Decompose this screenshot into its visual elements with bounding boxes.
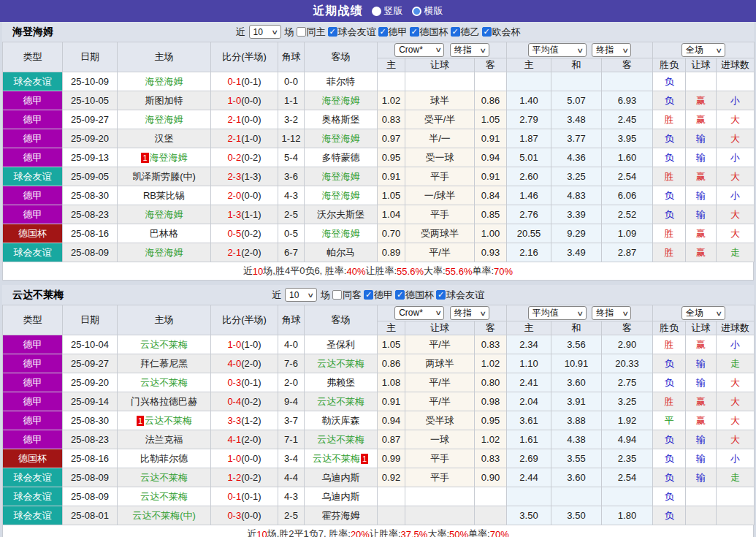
match-row: 德甲25-09-27拜仁慕尼黑4-0(2-0)7-6云达不莱梅0.86两球半1.…: [3, 354, 755, 373]
avg-odds-home: 5.01: [507, 148, 551, 167]
match-score: 2-1(2-0): [211, 243, 278, 262]
corner-score: 5-4: [278, 148, 305, 167]
league-filter-checkbox[interactable]: 欧会杯: [482, 26, 521, 39]
scope-select[interactable]: 全场∨: [681, 306, 725, 320]
col-handicap-result: 让球: [686, 321, 717, 335]
col-home: 主场: [118, 305, 211, 335]
avg-odds-home: [507, 72, 551, 91]
match-count-select[interactable]: 10∨: [249, 25, 281, 39]
league-filter-checkbox[interactable]: 德乙: [451, 26, 480, 39]
handicap-result-cell: 输: [686, 449, 717, 468]
match-row: 德甲25-09-131海登海姆0-2(0-2)5-4多特蒙德0.95受一球0.9…: [3, 148, 755, 167]
match-type: 德甲: [3, 392, 63, 411]
match-score: 0-3(0-0): [211, 506, 278, 525]
avg-odds-draw: 9.29: [551, 224, 602, 243]
handicap-line: 平/半: [405, 335, 475, 354]
avg-odds-home: 3.50: [507, 506, 551, 525]
chevron-down-icon: ∨: [576, 47, 584, 54]
handicap-odds-home: 0.91: [378, 392, 405, 411]
match-type: 球会友谊: [3, 72, 63, 91]
handicap-result-cell: 输: [686, 354, 717, 373]
result-cell: 平: [653, 411, 686, 430]
odds-final-select[interactable]: 终指∨: [450, 43, 489, 57]
handicap-odds-away: 0.83: [475, 335, 507, 354]
match-date: 25-10-04: [63, 335, 118, 354]
avg-odds-draw: 3.88: [551, 411, 602, 430]
avg-select[interactable]: 平均值∨: [528, 306, 587, 320]
rank-badge: 1: [361, 454, 368, 464]
result-cell: 负: [653, 373, 686, 392]
match-score: 3-3(1-2): [211, 411, 278, 430]
avg-odds-away: 6.06: [602, 186, 653, 205]
checkbox-checked-icon: [328, 27, 337, 37]
odds-source-select[interactable]: Crow*∨: [394, 43, 444, 57]
layout-radio-horizontal[interactable]: 横版: [412, 4, 443, 18]
home-team: 拜仁慕尼黑: [118, 354, 211, 373]
handicap-line: 平/半: [405, 373, 475, 392]
goals-result-cell: 大: [717, 224, 755, 243]
match-type: 德甲: [3, 411, 63, 430]
avg-final-select[interactable]: 终指∨: [592, 306, 631, 320]
goals-result-cell: 小: [717, 186, 755, 205]
handicap-result-cell: 输: [686, 129, 717, 148]
match-type: 球会友谊: [3, 468, 63, 487]
league-filter-checkbox[interactable]: 德国杯: [410, 26, 448, 39]
match-row: 德甲25-09-20云达不莱梅0-3(0-1)2-0弗赖堡1.08平/半0.80…: [3, 373, 755, 392]
avg-odds-away: 2.90: [602, 335, 653, 354]
odds-source-select[interactable]: Crow*∨: [394, 306, 444, 320]
league-filter-checkbox[interactable]: 球会友谊: [436, 289, 484, 302]
home-team: 云达不莱梅: [118, 335, 211, 354]
avg-odds-away: 2.35: [602, 449, 653, 468]
avg-odds-away: 1.60: [602, 148, 653, 167]
avg-final-select[interactable]: 终指∨: [592, 43, 631, 57]
avg-odds-home: 2.34: [507, 335, 551, 354]
corner-score: 4-3: [278, 487, 305, 506]
home-team: 云达不莱梅: [118, 373, 211, 392]
avg-odds-away: 3.25: [602, 392, 653, 411]
league-filter-checkbox[interactable]: 德国杯: [395, 289, 434, 302]
handicap-odds-away: 0.93: [475, 243, 507, 262]
league-filter-checkbox[interactable]: 球会友谊: [328, 26, 376, 39]
col-avg-away: 客: [602, 58, 653, 72]
handicap-result-cell: 赢: [686, 392, 717, 411]
handicap-line: 平手: [405, 205, 475, 224]
filters-bar: 近 10∨ 场 同主 球会友谊德甲德国杯德乙欧会杯: [236, 25, 521, 39]
page-title: 近期战绩: [313, 4, 363, 19]
league-filter-checkbox[interactable]: 德甲: [378, 26, 408, 39]
rank-badge: 1: [137, 416, 144, 426]
corner-score: 1-12: [278, 129, 305, 148]
handicap-odds-home: 0.99: [378, 449, 405, 468]
avg-odds-home: [507, 487, 551, 506]
col-away: 客场: [305, 42, 378, 72]
handicap-odds-home: [378, 487, 405, 506]
home-team: 1海登海姆: [118, 148, 211, 167]
result-cell: 胜: [653, 167, 686, 186]
same-away-filter[interactable]: 同客: [332, 289, 362, 302]
matches-table: 类型 日期 主场 比分(半场) 角球 客场 Crow*∨ 终指∨ 平均值∨ 终指…: [2, 305, 755, 525]
avg-odds-away: 2.45: [602, 110, 653, 129]
same-home-filter[interactable]: 同主: [297, 26, 326, 39]
avg-odds-away: 20.33: [602, 354, 653, 373]
checkbox-checked-icon: [451, 27, 460, 37]
goals-result-cell: 大: [717, 129, 755, 148]
league-filter-checkbox[interactable]: 德甲: [364, 289, 393, 302]
scope-select[interactable]: 全场∨: [681, 43, 725, 57]
match-row: 德甲25-10-05斯图加特1-0(0-0)1-1海登海姆1.02球半0.861…: [3, 91, 755, 110]
home-team: RB莱比锡: [118, 186, 211, 205]
handicap-result-cell: [686, 506, 717, 525]
match-count-select[interactable]: 10∨: [285, 288, 317, 302]
layout-radio-vertical[interactable]: 竖版: [372, 4, 403, 18]
goals-result-cell: 大: [717, 430, 755, 449]
odds-final-select[interactable]: 终指∨: [450, 306, 489, 320]
avg-select[interactable]: 平均值∨: [528, 43, 587, 57]
match-score: 0-1(0-1): [211, 72, 278, 91]
handicap-odds-away: 0.83: [475, 449, 507, 468]
avg-odds-away: [602, 487, 653, 506]
match-type: 德甲: [3, 110, 63, 129]
result-cell: 负: [653, 91, 686, 110]
handicap-odds-home: 0.89: [378, 243, 405, 262]
match-date: 25-10-05: [63, 91, 118, 110]
handicap-line: [405, 506, 475, 525]
result-cell: 负: [653, 487, 686, 506]
handicap-odds-home: 1.02: [378, 91, 405, 110]
